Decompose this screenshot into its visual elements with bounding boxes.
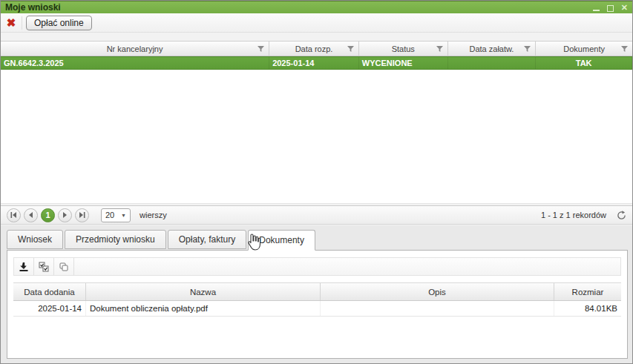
download-icon	[19, 262, 29, 272]
doc-column-header-nazwa[interactable]: Nazwa	[86, 283, 321, 300]
maximize-icon[interactable]	[607, 5, 614, 12]
doc-cell-rozmiar: 84.01KB	[554, 301, 621, 316]
window-title: Moje wnioski	[5, 2, 61, 13]
download-button[interactable]	[14, 258, 34, 275]
select-all-icon	[39, 262, 49, 272]
tab-oplaty-faktury[interactable]: Opłaty, faktury	[168, 230, 246, 249]
filter-icon[interactable]	[258, 46, 264, 53]
cancel-x-icon[interactable]: ✖	[4, 16, 18, 30]
prev-page-icon	[28, 212, 33, 218]
close-icon[interactable]: ✕	[621, 4, 628, 11]
doc-column-header-rozmiar[interactable]: Rozmiar	[554, 283, 621, 300]
first-page-icon	[10, 212, 17, 218]
copy-icon	[59, 262, 69, 272]
pager-right: 1 - 1 z 1 rekordów	[541, 211, 626, 220]
pager-bar: 1 20 ▼ wierszy 1 - 1 z 1 rekordów	[1, 205, 632, 225]
cell-dokumenty: TAK	[536, 57, 632, 69]
dokumenty-panel: Data dodania Nazwa Opis Rozmiar 2025-01-…	[7, 250, 628, 359]
tab-wniosek[interactable]: Wniosek	[7, 230, 63, 249]
cell-data-zalatw	[448, 57, 537, 69]
column-header-dokumenty[interactable]: Dokumenty	[536, 42, 632, 56]
prev-page-button[interactable]	[24, 208, 38, 222]
documents-toolbar	[13, 257, 621, 276]
records-count-label: 1 - 1 z 1 rekordów	[541, 211, 606, 219]
titlebar: Moje wnioski ✕	[1, 1, 632, 13]
next-page-icon	[62, 212, 68, 218]
doc-cell-opis	[321, 301, 554, 316]
applications-grid: Nr kancelaryjny Data rozp. Status Data z…	[1, 41, 632, 204]
page-size-value: 20	[105, 211, 121, 219]
minimize-icon[interactable]	[593, 4, 600, 11]
first-page-button[interactable]	[7, 208, 21, 222]
last-page-button[interactable]	[75, 208, 89, 222]
doc-column-header-data-dodania[interactable]: Data dodania	[13, 283, 86, 300]
cell-status: WYCENIONE	[359, 57, 448, 69]
doc-cell-data-dodania: 2025-01-14	[13, 301, 86, 316]
rows-label: wierszy	[140, 211, 167, 219]
filter-icon[interactable]	[524, 46, 531, 53]
select-all-button[interactable]	[34, 258, 54, 275]
tab-dokumenty[interactable]: Dokumenty	[248, 230, 315, 251]
copy-button[interactable]	[54, 258, 74, 275]
documents-header-row: Data dodania Nazwa Opis Rozmiar	[13, 283, 621, 301]
column-header-nr-kancelaryjny[interactable]: Nr kancelaryjny	[1, 42, 269, 56]
cell-data-rozp: 2025-01-14	[269, 57, 359, 69]
pay-online-button[interactable]: Opłać online	[26, 16, 92, 30]
column-header-data-zalatw[interactable]: Data załatw.	[448, 42, 537, 56]
main-toolbar: ✖ Opłać online	[1, 13, 632, 33]
cell-nr-kancelaryjny: GN.6642.3.2025	[1, 57, 269, 69]
documents-table: Data dodania Nazwa Opis Rozmiar 2025-01-…	[13, 282, 621, 317]
table-row[interactable]: GN.6642.3.2025 2025-01-14 WYCENIONE TAK	[1, 56, 632, 70]
chevron-down-icon: ▼	[121, 213, 126, 218]
filter-icon[interactable]	[436, 46, 443, 53]
table-row[interactable]: 2025-01-14 Dokument obliczenia opłaty.pd…	[13, 301, 621, 317]
grid-empty-area	[1, 70, 632, 204]
window-controls: ✕	[593, 4, 628, 12]
toolbar-separator	[22, 16, 22, 30]
page-size-select[interactable]: 20 ▼	[101, 208, 131, 222]
filter-icon[interactable]	[621, 46, 628, 53]
moje-wnioski-window: Moje wnioski ✕ ✖ Opłać online Nr kancela…	[0, 0, 633, 364]
refresh-icon	[617, 211, 626, 220]
column-header-data-rozp[interactable]: Data rozp.	[269, 42, 359, 56]
details-region: Wniosek Przedmioty wniosku Opłaty, faktu…	[1, 225, 632, 364]
tab-przedmioty-wniosku[interactable]: Przedmioty wniosku	[65, 230, 166, 249]
doc-cell-nazwa: Dokument obliczenia opłaty.pdf	[86, 301, 321, 316]
refresh-button[interactable]	[617, 211, 626, 220]
next-page-button[interactable]	[58, 208, 72, 222]
grid-header-row: Nr kancelaryjny Data rozp. Status Data z…	[1, 41, 632, 56]
tab-strip: Wniosek Przedmioty wniosku Opłaty, faktu…	[7, 230, 315, 251]
current-page-button[interactable]: 1	[41, 208, 55, 222]
column-header-status[interactable]: Status	[359, 42, 448, 56]
doc-column-header-opis[interactable]: Opis	[321, 283, 554, 300]
filter-icon[interactable]	[347, 46, 354, 53]
last-page-icon	[79, 212, 85, 218]
